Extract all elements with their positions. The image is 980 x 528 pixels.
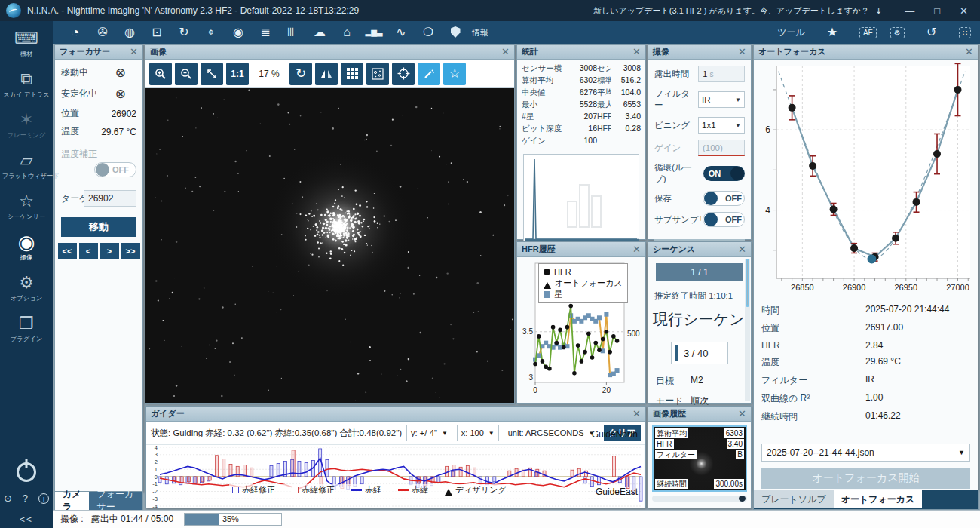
history-scrollbar[interactable] bbox=[652, 496, 747, 502]
crosshair-icon[interactable] bbox=[392, 63, 415, 85]
flat-light-icon[interactable]: ❍ bbox=[415, 21, 442, 44]
eye-icon[interactable]: ⊙ bbox=[4, 493, 12, 504]
download-icon[interactable]: ↧ bbox=[875, 6, 882, 16]
focuser-icon[interactable]: ⊡ bbox=[143, 21, 170, 44]
tab-カメラ[interactable]: カメラ bbox=[55, 492, 89, 510]
power-icon[interactable] bbox=[17, 462, 36, 482]
app-logo-icon bbox=[6, 3, 21, 18]
autofocus-tool-icon[interactable]: AF bbox=[859, 27, 877, 38]
sidebar-item-6[interactable]: ◉撮像 bbox=[0, 232, 53, 262]
star-detection-tool-icon[interactable]: ⚙ bbox=[890, 27, 905, 38]
rotator-icon[interactable]: ↻ bbox=[170, 21, 198, 44]
minimize-button[interactable]: — bbox=[905, 5, 914, 17]
filter-select[interactable]: IR▼ bbox=[698, 91, 745, 108]
switch-icon[interactable]: ⊪ bbox=[279, 21, 306, 44]
guider-legend: 赤経修正赤緯修正赤経赤緯ディザリング bbox=[229, 484, 510, 496]
camera-icon[interactable]: ◔ bbox=[62, 21, 89, 44]
guider-close-icon[interactable]: ✕ bbox=[632, 408, 641, 419]
dome-icon[interactable]: ⌂ bbox=[333, 21, 360, 44]
temp-comp-toggle[interactable]: OFF bbox=[94, 162, 136, 177]
image-close-icon[interactable]: ✕ bbox=[501, 46, 510, 57]
info-label[interactable]: 情報 bbox=[472, 27, 488, 38]
focuser-nav-button-3[interactable]: > bbox=[100, 243, 119, 259]
right-tabbar: プレートソルブオートフォーカス bbox=[753, 490, 979, 510]
zoom-out-icon[interactable] bbox=[175, 63, 198, 85]
sidebar-item-3[interactable]: ✶フレーミング bbox=[0, 110, 53, 140]
signal-icon[interactable]: ∿ bbox=[387, 21, 415, 44]
hfr-history-close-icon[interactable]: ✕ bbox=[632, 244, 641, 255]
tab-プレートソルブ[interactable]: プレートソルブ bbox=[754, 490, 834, 508]
sidebar-item-1[interactable]: ⌨機材 bbox=[0, 29, 53, 59]
one-to-one-icon[interactable]: 1:1 bbox=[226, 63, 249, 85]
focuser-close-icon[interactable]: ✕ bbox=[130, 46, 138, 57]
sidebar-collapse-button[interactable]: << bbox=[20, 514, 33, 525]
sequence-scrollbar[interactable] bbox=[745, 259, 750, 401]
image-history-close-icon[interactable]: ✕ bbox=[738, 408, 746, 419]
tools-label[interactable]: ツール bbox=[777, 26, 805, 39]
focuser-nav-button-2[interactable]: < bbox=[79, 243, 98, 259]
imaging-close-icon[interactable]: ✕ bbox=[738, 46, 746, 57]
zoom-in-icon[interactable] bbox=[149, 63, 172, 85]
shutter-icon[interactable]: ✇ bbox=[89, 21, 116, 44]
legend-item: 赤緯修正 bbox=[292, 484, 335, 496]
フレーミング-icon: ✶ bbox=[0, 110, 53, 130]
star-detect-icon[interactable]: ☆ bbox=[443, 63, 466, 85]
statistics-close-icon[interactable]: ✕ bbox=[632, 46, 641, 57]
row-label: 双曲線の R² bbox=[761, 392, 865, 405]
autofocus-panel: オートフォーカス✕ 2685026900269502700046 時間2025-… bbox=[753, 44, 978, 490]
zoom-fit-icon[interactable] bbox=[201, 63, 223, 85]
exposure-input[interactable]: 1s bbox=[698, 66, 745, 82]
sidebar-item-7[interactable]: ⚙オプション bbox=[0, 273, 53, 303]
sidebar-item-2[interactable]: ⧉スカイ アトラス bbox=[0, 69, 53, 100]
move-button[interactable]: 移動 bbox=[61, 217, 136, 237]
telescope-icon[interactable]: ⌖ bbox=[198, 21, 225, 44]
info-circle-icon[interactable]: i bbox=[38, 493, 49, 504]
sidebar-item-label: オプション bbox=[2, 294, 51, 303]
sequence-list-icon[interactable]: ≣ bbox=[252, 21, 279, 44]
guider-unit-select[interactable]: unit: ARCSECONDS▼ bbox=[504, 425, 599, 441]
guider-icon[interactable]: ◉ bbox=[225, 21, 252, 44]
target-position-input[interactable] bbox=[84, 190, 136, 207]
pixel-tool-icon[interactable]: ∷ bbox=[959, 27, 971, 38]
sidebar-item-5[interactable]: ☆シーケンサー bbox=[0, 192, 53, 222]
histogram-icon[interactable]: ▂▆▃ bbox=[360, 21, 387, 44]
favorites-star-icon[interactable]: ★ bbox=[819, 21, 846, 44]
subsample-toggle[interactable]: OFF bbox=[703, 212, 745, 227]
safety-shield-icon[interactable] bbox=[442, 21, 469, 44]
position-label: 位置 bbox=[61, 107, 79, 120]
tab-フォーカサー[interactable]: フォーカサー bbox=[89, 492, 142, 510]
autofocus-start-button[interactable]: オートフォーカス開始 bbox=[761, 468, 970, 489]
update-message[interactable]: 新しいアップデート(3.1 HF2 ) があります。今、アップデートしますか？ bbox=[593, 5, 869, 17]
grid-icon[interactable] bbox=[341, 63, 363, 85]
sequence-close-icon[interactable]: ✕ bbox=[738, 244, 746, 255]
guider-yscale-select[interactable]: y: +/-4"▼ bbox=[406, 425, 452, 441]
tab-オートフォーカス[interactable]: オートフォーカス bbox=[834, 490, 923, 508]
loop-toggle[interactable]: ON bbox=[703, 166, 745, 181]
flip-icon[interactable] bbox=[315, 63, 338, 85]
image-view[interactable] bbox=[145, 88, 514, 403]
binning-select[interactable]: 1x1▼ bbox=[698, 117, 745, 134]
focuser-nav-button-4[interactable]: >> bbox=[121, 243, 140, 259]
autofocus-close-icon[interactable]: ✕ bbox=[965, 46, 973, 57]
save-toggle[interactable]: OFF bbox=[703, 191, 745, 206]
legend-label: 赤緯修正 bbox=[302, 484, 335, 496]
history-thumbnail[interactable]: 算術平均 6303 HFR 3.40 フィルター B 継続時間 300.00s bbox=[652, 425, 747, 492]
weather-icon[interactable]: ☁ bbox=[306, 21, 333, 44]
focuser-nav-button-1[interactable]: << bbox=[58, 243, 77, 259]
sidebar-item-4[interactable]: ▱フラットウィザード bbox=[0, 151, 53, 181]
maximize-button[interactable]: □ bbox=[934, 5, 940, 17]
stat-value: 104.0 bbox=[611, 87, 641, 97]
guider-xscale-select[interactable]: x: 100▼ bbox=[457, 425, 499, 441]
auto-stretch-wand-icon[interactable] bbox=[418, 63, 440, 85]
row-value: M2 bbox=[691, 375, 703, 388]
history-icon[interactable]: ↺ bbox=[918, 21, 945, 44]
close-button[interactable]: ✕ bbox=[960, 5, 968, 17]
autofocus-file-select[interactable]: 2025-07-20--21-44-44.json▼ bbox=[761, 444, 970, 462]
rotate-icon[interactable]: ↻ bbox=[289, 63, 312, 85]
star-annotation-icon[interactable] bbox=[366, 63, 389, 85]
gain-input[interactable]: (100) bbox=[698, 140, 745, 156]
help-icon[interactable]: ? bbox=[23, 493, 28, 504]
sidebar-item-label: 撮像 bbox=[2, 253, 51, 262]
sidebar-item-8[interactable]: ❒プラグイン bbox=[0, 314, 53, 344]
filter-wheel-icon[interactable]: ◍ bbox=[116, 21, 143, 44]
